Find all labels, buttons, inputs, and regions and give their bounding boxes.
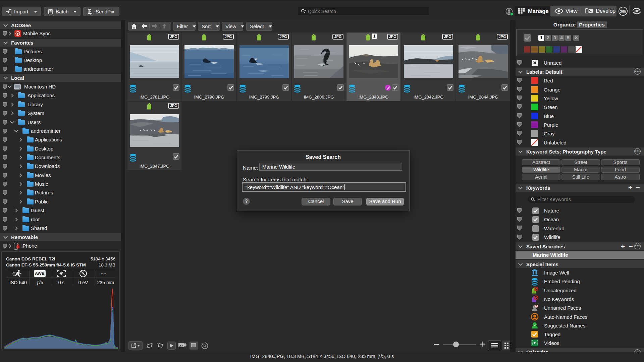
svg-text:365: 365 [620,9,626,13]
